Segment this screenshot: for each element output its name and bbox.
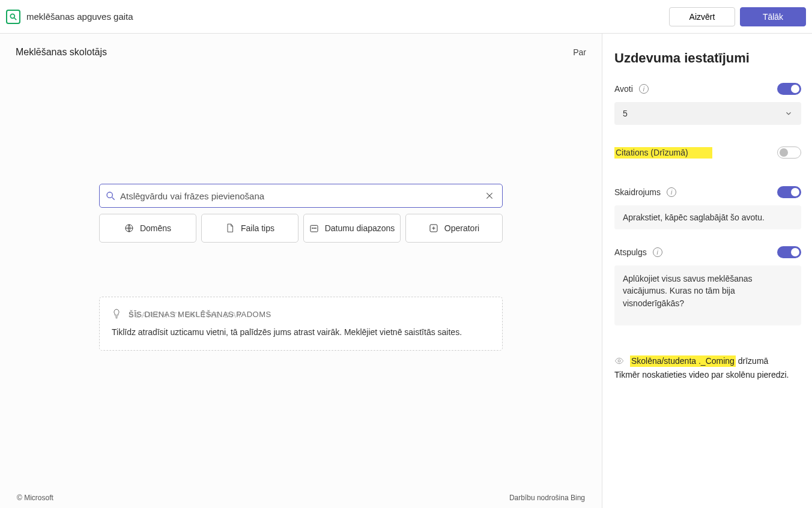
about-link[interactable]: Par [573,47,586,57]
svg-point-9 [314,228,314,228]
filter-daterange-label: Datumu diapazons [325,223,395,233]
tip-text: Tiklīdz atradīsit uzticamu vietni, tā pa… [112,327,490,337]
citations-label: Citations (Drīzumā) [614,148,712,157]
svg-point-8 [312,228,312,228]
filter-domain-button[interactable]: Domēns [99,214,196,243]
filter-row: Domēns Faila tips Datumu diapazons [99,214,503,243]
reflection-textbox[interactable]: Aplūkojiet visus savus meklēšanas vaicāj… [614,265,801,325]
settings-title: Uzdevuma iestatījumi [614,50,801,66]
citations-label-text: Citations (Drīzumā) [614,147,712,159]
file-icon [225,223,235,233]
calendar-icon [309,223,319,233]
sub-header: Meklēšanas skolotājs Par [0,34,602,64]
preview-line2: Tikmēr noskatieties video par skolēnu pi… [614,368,801,381]
preview-line1: Skolēna/studenta ._Coming drīzumā [614,354,801,368]
chevron-down-icon [784,109,793,118]
reflection-toggle[interactable] [777,246,801,258]
search-icon [106,191,115,201]
settings-panel: Uzdevuma iestatījumi Avoti i 5 Citations… [602,34,812,508]
app-title: meklēšanas apguves gaita [26,11,133,22]
svg-point-2 [107,192,112,198]
sources-dropdown[interactable]: 5 [614,102,801,125]
plus-icon [429,223,438,233]
filter-filetype-button[interactable]: Faila tips [201,214,298,243]
app-search-icon [6,10,20,24]
filter-domain-label: Domēns [140,223,171,233]
svg-point-0 [10,14,14,18]
close-button[interactable]: Aizvērt [669,7,735,26]
info-icon[interactable]: i [639,84,649,94]
tip-heading-text: ŠĪS DIENAS MEKLĒŠANAS PADOMS [129,310,271,319]
info-icon[interactable]: i [667,187,676,197]
body-wrap: Meklēšanas skolotājs Par [0,34,812,508]
setting-row-reflection: Atspulgs i [614,246,801,258]
tip-heading: SEARCH TI OF THE DAY ŠĪS DIENAS MEKLĒŠAN… [129,310,271,319]
sources-value: 5 [623,109,784,118]
reflection-label: Atspulgs [614,247,647,257]
tip-card: SEARCH TI OF THE DAY ŠĪS DIENAS MEKLĒŠAN… [99,297,503,351]
explanation-label: Skaidrojums [614,187,661,197]
filter-daterange-button[interactable]: Datumu diapazons [303,214,401,243]
search-input[interactable] [120,191,483,201]
eye-icon [614,357,626,366]
preview-highlight: Skolēna/studenta ._Coming [630,355,736,367]
filter-filetype-label: Faila tips [241,223,274,233]
explanation-textbox[interactable]: Aprakstiet, kāpēc saglabājāt šo avotu. [614,205,801,229]
center-stage: Domēns Faila tips Datumu diapazons [0,64,602,488]
filter-operators-button[interactable]: Operatori [405,214,503,243]
coach-title: Meklēšanas skolotājs [16,47,107,58]
footer-powered-by: Darbību nodrošina Bing [509,494,585,502]
filter-operators-label: Operatori [444,223,479,233]
top-bar: meklēšanas apguves gaita Aizvērt Tālāk [0,0,812,34]
footer: © Microsoft Darbību nodrošina Bing [0,488,602,508]
preview-rest: drīzumā [736,356,768,366]
sources-toggle[interactable] [777,83,801,95]
next-button[interactable]: Tālāk [740,7,806,26]
setting-row-sources: Avoti i [614,83,801,95]
svg-point-10 [315,228,316,228]
tip-header: SEARCH TI OF THE DAY ŠĪS DIENAS MEKLĒŠAN… [112,308,490,320]
globe-icon [124,223,134,233]
svg-line-1 [14,17,17,20]
explanation-toggle[interactable] [777,186,801,198]
clear-icon[interactable] [483,189,496,202]
lightbulb-icon [112,308,121,320]
main-area: Meklēšanas skolotājs Par [0,34,602,508]
search-block: Domēns Faila tips Datumu diapazons [99,184,503,243]
setting-row-explanation: Skaidrojums i [614,186,801,198]
citations-toggle[interactable] [777,147,801,159]
student-preview-block: Skolēna/studenta ._Coming drīzumā Tikmēr… [614,354,801,382]
svg-point-16 [618,360,620,362]
svg-line-3 [112,198,115,200]
sources-label: Avoti [614,84,633,94]
setting-row-citations: Citations (Drīzumā) [614,147,801,159]
footer-copyright: © Microsoft [17,494,53,502]
search-box[interactable] [99,184,503,208]
info-icon[interactable]: i [653,247,662,257]
